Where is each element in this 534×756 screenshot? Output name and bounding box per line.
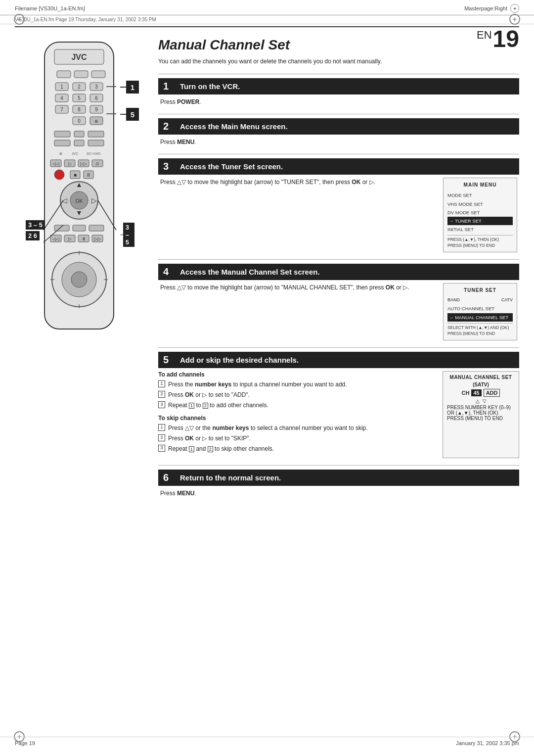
add-step-1: 1 Press the number keys to input a chann… bbox=[158, 380, 436, 389]
add-channels-list: 1 Press the number keys to input a chann… bbox=[158, 380, 436, 410]
step-6-title: Return to the normal screen. bbox=[180, 473, 281, 482]
svg-rect-5 bbox=[91, 71, 105, 78]
svg-text:1: 1 bbox=[60, 84, 63, 90]
svg-point-45 bbox=[54, 170, 64, 180]
page-number-display: EN19 bbox=[477, 27, 519, 51]
main-content: JVC 1 2 3 4 5 6 7 bbox=[0, 27, 534, 515]
masterpage-label: Masterpage:Right ✦ bbox=[464, 4, 519, 13]
section-rule-0 bbox=[158, 74, 519, 74]
add-step-3: 3 Repeat 1 to 2 to add other channels. bbox=[158, 401, 436, 410]
right-column: Manual Channel Set You can add the chann… bbox=[153, 37, 519, 505]
filename-label: Filename [VS30U_1a-EN.fm] bbox=[15, 5, 85, 11]
step-1-section: 1 Turn on the VCR. Press POWER. bbox=[158, 78, 519, 107]
svg-text:JVC: JVC bbox=[72, 152, 78, 155]
section-rule-5 bbox=[158, 465, 519, 466]
add-channels-section: To add channels 1 Press the number keys … bbox=[158, 371, 436, 410]
svg-text:▷: ▷ bbox=[68, 161, 72, 166]
step-1-header: 1 Turn on the VCR. bbox=[158, 78, 519, 94]
step-3-text: Press △▽ to move the highlight bar (arro… bbox=[160, 178, 436, 187]
svg-text:OK: OK bbox=[76, 198, 83, 204]
step-3-title: Access the Tuner Set screen. bbox=[180, 162, 283, 171]
svg-text:⊙: ⊙ bbox=[95, 161, 99, 166]
svg-text:⊞: ⊞ bbox=[59, 152, 62, 155]
step-5-body: To add channels 1 Press the number keys … bbox=[158, 371, 519, 458]
svg-text:4: 4 bbox=[60, 95, 63, 101]
svg-text:◁◁: ◁◁ bbox=[52, 236, 59, 241]
corner-mark-tl bbox=[14, 14, 25, 25]
header-sub: VS30U_1a-EN.fm Page 19 Thursday, January… bbox=[0, 15, 534, 24]
svg-text:▼: ▼ bbox=[76, 209, 83, 217]
svg-text:6: 6 bbox=[95, 95, 98, 101]
step-2-num: 2 bbox=[163, 121, 175, 132]
step-4-section: 4 Access the Manual Channel Set screen. … bbox=[158, 264, 519, 340]
svg-rect-30 bbox=[88, 131, 104, 137]
step-5-title: Add or skip the desired channels. bbox=[180, 356, 299, 364]
step-1-title: Turn on the VCR. bbox=[180, 82, 240, 91]
svg-text:▷: ▷ bbox=[68, 236, 72, 241]
corner-mark-tr bbox=[509, 14, 520, 25]
step-3-section: 3 Access the Tuner Set screen. Press △▽ … bbox=[158, 158, 519, 252]
svg-rect-29 bbox=[74, 131, 84, 137]
svg-rect-3 bbox=[57, 71, 71, 78]
page-title: Manual Channel Set bbox=[158, 37, 519, 53]
svg-text:2: 2 bbox=[78, 84, 81, 90]
intro-text: You can add the channels you want or del… bbox=[158, 57, 519, 66]
svg-text:3: 3 bbox=[95, 84, 98, 90]
step-3-menu: MAIN MENU MODE SET VHS MODE SET DV MODE … bbox=[443, 178, 517, 252]
step-5-header: 5 Add or skip the desired channels. bbox=[158, 352, 519, 368]
skip-channels-list: 1 Press △▽ or the number keys to select … bbox=[158, 424, 436, 453]
svg-point-70 bbox=[71, 272, 87, 287]
remote-wrap: JVC 1 2 3 4 5 6 7 bbox=[25, 37, 134, 345]
step-4-text: Press △▽ to move the highlight bar (arro… bbox=[160, 283, 436, 292]
step-5-section: 5 Add or skip the desired channels. To a… bbox=[158, 352, 519, 458]
step-3-header: 3 Access the Tuner Set screen. bbox=[158, 158, 519, 175]
step-6-num: 6 bbox=[163, 472, 175, 483]
svg-text:SC+VHS: SC+VHS bbox=[87, 152, 101, 155]
section-rule-4 bbox=[158, 347, 519, 348]
svg-text:5: 5 bbox=[78, 95, 81, 101]
add-channels-title: To add channels bbox=[158, 371, 436, 378]
label-3-5-left: 3 – 5 2 6 bbox=[26, 220, 45, 240]
add-step-2: 2 Press OK or ▷ to set to "ADD". bbox=[158, 390, 436, 399]
svg-text:8: 8 bbox=[78, 107, 81, 112]
svg-rect-59 bbox=[89, 225, 104, 231]
step-5-text: To add channels 1 Press the number keys … bbox=[158, 371, 436, 458]
step-2-body: Press MENU. bbox=[158, 138, 519, 147]
reg-mark-header: ✦ bbox=[510, 4, 519, 13]
step-2-title: Access the Main Menu screen. bbox=[180, 122, 288, 131]
skip-channels-title: To skip channels bbox=[158, 415, 436, 422]
svg-text:⊕: ⊕ bbox=[94, 119, 98, 124]
svg-text:9: 9 bbox=[95, 107, 98, 112]
step-6-header: 6 Return to the normal screen. bbox=[158, 470, 519, 486]
en-label: EN bbox=[477, 29, 492, 41]
step-4-body: Press △▽ to move the highlight bar (arro… bbox=[158, 283, 519, 340]
footer-page: Page 19 bbox=[15, 740, 35, 746]
remote-svg: JVC 1 2 3 4 5 6 7 bbox=[25, 37, 134, 344]
svg-rect-4 bbox=[74, 71, 88, 78]
svg-text:JVC: JVC bbox=[71, 53, 87, 61]
left-column: JVC 1 2 3 4 5 6 7 bbox=[15, 37, 143, 505]
section-rule-1 bbox=[158, 114, 519, 114]
step-1-body: Press POWER. bbox=[158, 97, 519, 107]
svg-rect-28 bbox=[54, 131, 70, 137]
step-3-num: 3 bbox=[163, 161, 175, 172]
step-4-num: 4 bbox=[163, 266, 175, 278]
step-6-section: 6 Return to the normal screen. Press MEN… bbox=[158, 470, 519, 498]
step-6-body: Press MENU. bbox=[158, 489, 519, 498]
footer: Page 19 January 31, 2002 3:35 pm bbox=[0, 737, 534, 746]
svg-rect-31 bbox=[54, 140, 70, 146]
svg-text:7: 7 bbox=[60, 107, 63, 112]
svg-text:▲: ▲ bbox=[76, 181, 83, 189]
step-5-num: 5 bbox=[163, 354, 175, 366]
svg-text:▷▷: ▷▷ bbox=[80, 161, 87, 166]
section-rule-2 bbox=[158, 154, 519, 154]
step-3-body: Press △▽ to move the highlight bar (arro… bbox=[158, 178, 519, 252]
step-2-header: 2 Access the Main Menu screen. bbox=[158, 118, 519, 135]
label-1-overlay: 1 bbox=[120, 81, 139, 94]
svg-text:⏸: ⏸ bbox=[82, 236, 86, 241]
skip-channels-section: To skip channels 1 Press △▽ or the numbe… bbox=[158, 415, 436, 453]
label-5-overlay: 5 bbox=[120, 108, 139, 121]
svg-text:0: 0 bbox=[78, 118, 81, 124]
skip-step-1: 1 Press △▽ or the number keys to select … bbox=[158, 424, 436, 432]
svg-text:■: ■ bbox=[74, 172, 77, 178]
